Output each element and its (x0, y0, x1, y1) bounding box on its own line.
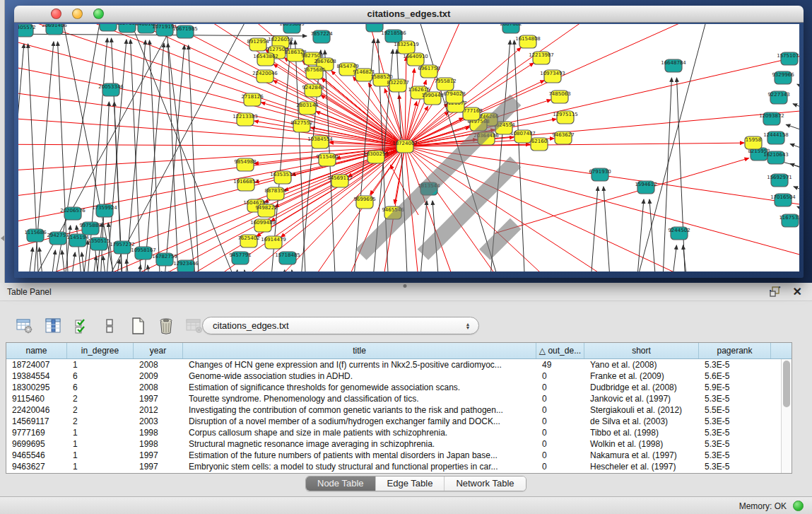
tab-node-table[interactable]: Node Table (306, 477, 375, 491)
table-cell[interactable]: 9463627 (6, 461, 67, 472)
memory-status-icon[interactable] (793, 501, 804, 511)
column-header-year[interactable]: year (134, 343, 183, 358)
stacked-rows-button[interactable] (99, 315, 120, 337)
table-options-button[interactable] (14, 315, 35, 337)
table-cell[interactable]: 1997 (134, 450, 183, 461)
table-cell[interactable]: 6 (67, 370, 134, 382)
table-cell[interactable]: 9115460 (6, 393, 67, 404)
table-cell[interactable]: 6 (67, 382, 134, 393)
delete-trash-button[interactable] (155, 315, 177, 337)
table-row[interactable]: 1938455462009Genome-wide association stu… (6, 370, 792, 382)
select-columns-button[interactable] (71, 315, 92, 337)
close-panel-icon[interactable]: ✕ (793, 285, 802, 298)
table-row[interactable]: 969969511998Structural magnetic resonanc… (6, 438, 792, 450)
table-cell[interactable]: Stergiakouli et al. (2012) (584, 404, 699, 416)
table-cell[interactable]: 5.3E-5 (699, 427, 771, 438)
resize-grip-icon[interactable] (18, 24, 798, 270)
zoom-window-icon[interactable] (93, 8, 104, 19)
table-cell[interactable]: 18300295 (6, 382, 67, 393)
table-cell[interactable]: 2 (67, 416, 134, 427)
table-row[interactable]: 977716911998Corpus callosum shape and si… (6, 427, 792, 438)
table-cell[interactable]: 9777169 (6, 427, 67, 438)
table-cell[interactable]: 2009 (134, 370, 183, 382)
table-row[interactable]: 2242004622012Investigating the contribut… (6, 404, 792, 416)
table-cell[interactable]: 5.9E-5 (699, 382, 771, 393)
table-row[interactable]: 1830029562008Estimation of significance … (6, 382, 792, 393)
table-cell[interactable]: 14569117 (6, 416, 67, 427)
float-window-icon[interactable] (770, 286, 781, 298)
table-cell[interactable]: 1997 (134, 461, 183, 472)
table-cell[interactable]: Tibbo et al. (1998) (584, 427, 699, 438)
table-cell[interactable]: 1 (67, 438, 134, 450)
table-cell[interactable]: Embryonic stem cells: a model to study s… (183, 461, 536, 472)
split-pane-grip[interactable] (401, 284, 409, 288)
table-cell[interactable]: Changes of HCN gene expression and I(f) … (183, 359, 536, 370)
tab-network-table[interactable]: Network Table (444, 477, 525, 491)
table-cell[interactable]: 22420046 (6, 404, 67, 416)
table-row[interactable]: 911546021997Tourette syndrome. Phenomeno… (6, 393, 792, 404)
table-cell[interactable]: Estimation of the future numbers of pati… (183, 450, 536, 461)
table-cell[interactable]: 9465546 (6, 450, 67, 461)
table-cell[interactable]: Wolkin et al. (1998) (584, 438, 699, 450)
table-cell[interactable]: 2008 (134, 382, 183, 393)
table-cell[interactable]: 2 (67, 393, 134, 404)
table-row[interactable]: 946554611997Estimation of the future num… (6, 450, 792, 461)
table-cell[interactable]: 0 (536, 370, 584, 382)
table-cell[interactable]: 5.6E-5 (699, 370, 771, 382)
table-cell[interactable]: Nakamura et al. (1997) (584, 450, 699, 461)
table-cell[interactable]: 5.3E-5 (699, 450, 771, 461)
table-cell[interactable]: Dudbridge et al. (2008) (584, 382, 699, 393)
table-row[interactable]: 1456911722003Disruption of a novel membe… (6, 416, 792, 427)
table-cell[interactable]: 9699695 (6, 438, 67, 450)
network-graph-canvas[interactable]: 2405572206914061065325715276029466162107… (18, 24, 799, 271)
table-cell[interactable]: Franke et al. (2009) (584, 370, 699, 382)
table-cell[interactable]: Jankovic et al. (1997) (584, 393, 699, 404)
column-header-out-degree[interactable]: △ out_de... (536, 343, 584, 358)
table-cell[interactable]: Estimation of significance thresholds fo… (183, 382, 536, 393)
column-header-pagerank[interactable]: pagerank (699, 343, 771, 358)
table-cell[interactable]: Genome-wide association studies in ADHD. (183, 370, 536, 382)
column-header-title[interactable]: title (183, 343, 536, 358)
show-columns-button[interactable] (42, 315, 64, 337)
table-cell[interactable]: 1997 (134, 393, 183, 404)
table-cell[interactable]: Tourette syndrome. Phenomenology and cla… (183, 393, 536, 404)
table-cell[interactable]: 19384554 (6, 370, 67, 382)
table-cell[interactable]: 0 (536, 438, 584, 450)
table-cell[interactable]: Investigating the contribution of common… (183, 404, 536, 416)
table-selector-dropdown[interactable]: citations_edges.txt ▲▼ (202, 317, 479, 334)
table-cell[interactable]: 1 (67, 450, 134, 461)
table-cell[interactable]: 2008 (134, 359, 183, 370)
table-cell[interactable]: 5.3E-5 (699, 461, 771, 472)
table-cell[interactable]: 0 (536, 382, 584, 393)
table-row[interactable]: 946362711997Embryonic stem cells: a mode… (6, 461, 792, 472)
table-cell[interactable]: 0 (536, 393, 584, 404)
minimize-window-icon[interactable] (72, 8, 83, 19)
table-cell[interactable]: de Silva et al. (2003) (584, 416, 699, 427)
close-window-icon[interactable] (51, 8, 61, 19)
table-cell[interactable]: 2012 (134, 404, 183, 416)
table-cell[interactable]: Corpus callosum shape and size in male p… (183, 427, 536, 438)
table-cell[interactable]: 1 (67, 427, 134, 438)
table-cell[interactable]: 0 (536, 427, 584, 438)
column-header-short[interactable]: short (584, 343, 699, 358)
table-cell[interactable]: 5.3E-5 (699, 359, 771, 370)
table-cell[interactable]: Hescheler et al. (1997) (584, 461, 699, 472)
table-cell[interactable]: 1 (67, 461, 134, 472)
table-cell[interactable]: 1998 (134, 427, 183, 438)
splitter-collapse-icon[interactable] (1, 235, 4, 241)
table-cell[interactable]: 2003 (134, 416, 183, 427)
network-view-window[interactable]: citations_edges.txt 24055722069140610653… (14, 6, 804, 278)
table-cell[interactable]: 1998 (134, 438, 183, 450)
table-cell[interactable]: 1 (67, 359, 134, 370)
table-cell[interactable]: 0 (536, 416, 584, 427)
table-cell[interactable]: 2 (67, 404, 134, 416)
table-cell[interactable]: Yano et al. (2008) (584, 359, 699, 370)
column-header-in-degree[interactable]: in_degree (67, 343, 134, 358)
table-cell[interactable]: 0 (536, 404, 584, 416)
table-cell[interactable]: Disruption of a novel member of a sodium… (183, 416, 536, 427)
table-row[interactable]: 1872400712008Changes of HCN gene express… (6, 359, 792, 370)
table-cell[interactable]: 0 (536, 461, 584, 472)
table-cell[interactable]: 5.3E-5 (699, 438, 771, 450)
table-cell[interactable]: 0 (536, 450, 584, 461)
table-cell[interactable]: 49 (536, 359, 584, 370)
